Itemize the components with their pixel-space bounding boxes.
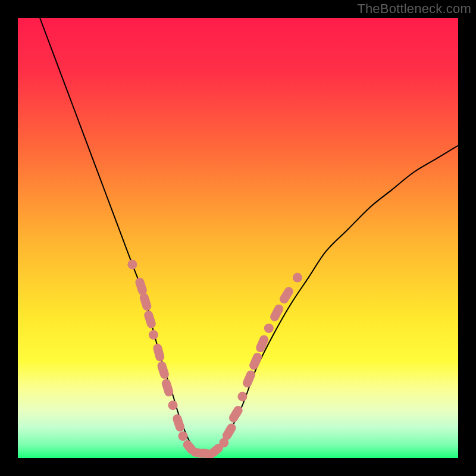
marker-circle	[168, 400, 178, 410]
markers-group	[127, 259, 302, 458]
marker-circle	[149, 330, 158, 340]
marker-circle	[237, 392, 247, 401]
marker-capsule	[152, 343, 165, 362]
plot-area	[18, 18, 458, 458]
marker-capsule	[134, 277, 148, 296]
marker-capsule	[156, 360, 170, 380]
marker-circle	[178, 431, 188, 441]
bottleneck-curve	[40, 18, 458, 454]
curve-layer	[18, 18, 458, 458]
marker-capsule	[139, 292, 152, 312]
marker-circle	[127, 259, 137, 269]
marker-capsule	[255, 334, 270, 353]
marker-circle	[293, 273, 302, 283]
marker-capsule	[161, 378, 174, 397]
marker-capsule	[268, 303, 284, 323]
marker-capsule	[143, 309, 156, 329]
marker-capsule	[248, 351, 264, 371]
chart-container: TheBottleneck.com	[0, 0, 476, 476]
marker-circle	[264, 324, 274, 333]
watermark-text: TheBottleneck.com	[357, 1, 471, 17]
marker-capsule	[171, 413, 186, 433]
